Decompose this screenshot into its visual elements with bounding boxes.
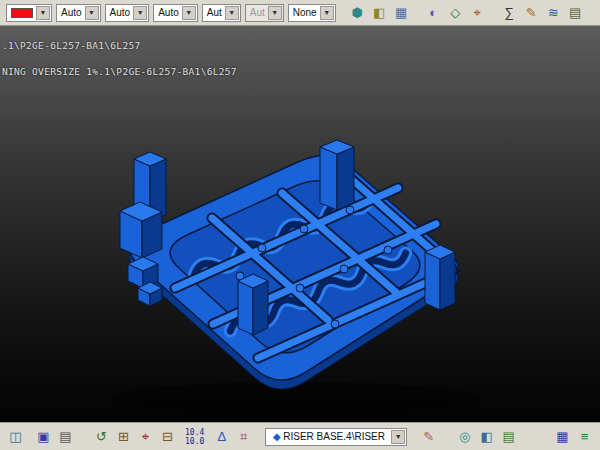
bottom-toolbar-icons-far-right: ▦≡ — [553, 427, 594, 446]
chevron-down-icon: ▼ — [225, 6, 239, 20]
repaint-icon[interactable]: ↺ — [92, 427, 111, 446]
level-combo[interactable]: Auto ▼ — [56, 4, 101, 22]
bottom-toolbar-icons-left: ◫▣▤↺⊞⌖⊟ — [6, 427, 177, 446]
attributes-icon[interactable]: ≡ — [575, 427, 594, 446]
chevron-down-icon: ▼ — [268, 6, 282, 20]
axes-icon[interactable]: ⌗ — [234, 427, 253, 446]
view-cube-icon: ◆ — [270, 430, 283, 443]
view-combo[interactable]: ◆ RISER BASE.4\RISER BASE ▼ — [265, 428, 407, 446]
bottom-toolbar-icons-mid: Δ⌗ — [212, 427, 253, 446]
unzoom-icon[interactable]: ⊟ — [158, 427, 177, 446]
planes-icon[interactable]: ◧ — [477, 427, 496, 446]
analyze-icon[interactable]: ∑ — [500, 3, 519, 22]
riser-post-right — [425, 245, 455, 310]
grid-settings-icon[interactable]: ▦ — [553, 427, 572, 446]
color-swatch — [11, 8, 33, 18]
coordinate-readout: 10.4 10.0 — [185, 428, 204, 446]
top-toolbar: ▼ Auto ▼ Auto ▼ Auto ▼ Aut ▼ Aut ▼ None … — [0, 0, 600, 26]
screen-config-icon[interactable]: ◫ — [6, 427, 25, 446]
bottom-toolbar: ◫▣▤↺⊞⌖⊟ 10.4 10.0 Δ⌗ ◆ RISER BASE.4\RISE… — [0, 422, 600, 450]
level-combo-value: Auto — [61, 7, 82, 18]
wireframe-icon[interactable]: ◇ — [446, 3, 465, 22]
save-icon[interactable]: ▣ — [34, 427, 53, 446]
color-combo[interactable]: ▼ — [6, 4, 52, 22]
line-width-combo[interactable]: Auto ▼ — [153, 4, 198, 22]
readout-x-value: 10.4 — [185, 428, 204, 437]
riser-post-center — [238, 274, 268, 335]
cad-application-window: ▼ Auto ▼ Auto ▼ Auto ▼ Aut ▼ Aut ▼ None … — [0, 0, 600, 450]
chevron-down-icon: ▼ — [85, 6, 99, 20]
gview-icon[interactable]: ◎ — [455, 427, 474, 446]
view-combo-value: RISER BASE.4\RISER BASE — [283, 431, 388, 442]
chevron-down-icon: ▼ — [133, 6, 147, 20]
group-combo-value: None — [293, 7, 317, 18]
sketch-icon[interactable]: ✎ — [522, 3, 541, 22]
readout-y-value: 10.0 — [185, 437, 204, 446]
graphics-viewport[interactable]: .1\P2GE-6L257-BA1\6L257 NING OVERSIZE 1%… — [0, 26, 600, 422]
levels-manager-icon[interactable]: ▤ — [499, 427, 518, 446]
levels-icon[interactable]: ▤ — [566, 3, 585, 22]
surface-icon[interactable]: ≋ — [544, 3, 563, 22]
chevron-down-icon: ▼ — [320, 6, 334, 20]
dimension-icon[interactable]: ⌖ — [468, 3, 487, 22]
zoom-window-icon[interactable]: ⊞ — [114, 427, 133, 446]
point-style-combo-value: Aut — [207, 7, 222, 18]
delta-icon[interactable]: Δ — [212, 427, 231, 446]
shading-icon[interactable]: ◐ — [424, 3, 443, 22]
riser-block-left — [120, 202, 162, 258]
grid-icon[interactable]: ▦ — [392, 3, 411, 22]
point-style-combo[interactable]: Aut ▼ — [202, 4, 241, 22]
line-style-combo[interactable]: Auto ▼ — [105, 4, 150, 22]
line-width-combo-value: Auto — [158, 7, 179, 18]
print-icon[interactable]: ▤ — [56, 427, 75, 446]
chevron-down-icon: ▼ — [36, 6, 50, 20]
surface-density-combo-value: Aut — [250, 7, 265, 18]
riser-post-back-middle — [320, 140, 354, 210]
group-combo[interactable]: None ▼ — [288, 4, 336, 22]
cplane-icon[interactable]: ◧ — [370, 3, 389, 22]
zoom-target-icon[interactable]: ⌖ — [136, 427, 155, 446]
bottom-toolbar-icons-right: ✎◎◧▤ — [411, 427, 518, 446]
wcs-cube-icon[interactable]: ⬢ — [348, 3, 367, 22]
top-toolbar-icons: ⬢◧▦◐◇⌖∑✎≋▤◨⊕✕◉ — [340, 3, 600, 22]
chevron-down-icon: ▼ — [182, 6, 196, 20]
chevron-down-icon: ▼ — [391, 430, 405, 444]
riser-base-3d-model[interactable] — [0, 26, 600, 422]
edit-view-icon[interactable]: ✎ — [419, 427, 438, 446]
line-style-combo-value: Auto — [110, 7, 131, 18]
surface-density-combo[interactable]: Aut ▼ — [245, 4, 284, 22]
